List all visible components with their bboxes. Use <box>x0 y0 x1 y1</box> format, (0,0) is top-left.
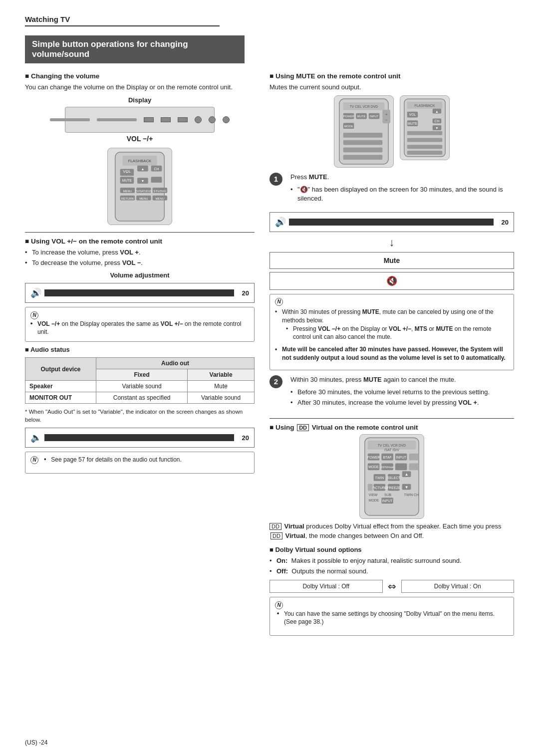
svg-rect-59 <box>407 138 443 142</box>
audio-status-section: Audio status Output device Audio out Fix… <box>25 346 255 474</box>
volume-number-2: 20 <box>237 434 249 442</box>
dolby-note-box: N • You can have the same settings by ch… <box>270 597 514 636</box>
mute-note-sub: Pressing VOL −/+ on the Display or VOL +… <box>282 325 509 342</box>
svg-rect-60 <box>407 145 443 149</box>
using-mute-heading: Using MUTE on the remote control unit <box>270 72 514 80</box>
svg-text:▼: ▼ <box>435 126 439 130</box>
display-device-image <box>65 107 215 133</box>
svg-text:CH: CH <box>435 119 440 123</box>
note1-bullets: • VOL −/+ on the Display operates the sa… <box>30 311 249 336</box>
audio-out-header: Audio out <box>96 358 255 369</box>
dolby-option-on: On: Makes it possible to enjoy natural, … <box>270 556 514 565</box>
mute-note-2: Mute will be canceled after 30 minutes h… <box>275 345 509 362</box>
mute-vol-bar-inner: 🔊 20 <box>275 217 509 228</box>
circle-btn3 <box>223 116 230 123</box>
step-1-content: Press MUTE. "🔇" has been displayed on th… <box>290 173 514 207</box>
audio-status-heading: Audio status <box>25 346 255 353</box>
mute-note-1: Within 30 minutes of pressing MUTE, mute… <box>275 308 509 341</box>
left-column: Changing the volume You can change the v… <box>25 72 255 640</box>
step-2-content: Within 30 minutes, press MUTE again to c… <box>290 375 514 411</box>
svg-text:MODE: MODE <box>369 499 379 502</box>
dolby-bar-row: Dolby Virtual : Off ⇔ Dolby Virtual : On <box>270 580 514 593</box>
svg-text:▲: ▲ <box>141 167 145 170</box>
step2-bullets: Before 30 minutes, the volume level retu… <box>290 388 514 407</box>
svg-text:▲: ▲ <box>435 109 439 113</box>
speaker-icon-2: 🔈 <box>30 432 41 443</box>
svg-text:RETURN: RETURN <box>121 197 134 200</box>
step-1-row: 1 Press MUTE. "🔇" has been displayed on … <box>270 173 514 207</box>
step2-bullet-1: Before 30 minutes, the volume level retu… <box>290 388 514 397</box>
svg-rect-89 <box>368 484 373 491</box>
virtual-body: DD Virtual produces Dolby Virtual effect… <box>270 522 514 541</box>
virtual-remote-image: TV CEL VCR DVD /SAT /D/V POWER BTAP INPU… <box>359 434 424 519</box>
svg-text:▼: ▼ <box>141 179 145 183</box>
mute-note-bullets: Within 30 minutes of pressing MUTE, mute… <box>275 308 509 362</box>
step-2-number: 2 <box>270 375 282 388</box>
svg-text:INPUT: INPUT <box>382 499 393 503</box>
svg-text:SELECT: SELECT <box>387 476 401 480</box>
speaker-variable: Mute <box>188 381 255 392</box>
main-title-box: Simple button operations for changing vo… <box>25 35 245 63</box>
dolby-note-icon: N <box>275 601 283 609</box>
svg-text:−: − <box>385 118 388 122</box>
svg-text:FREEZE: FREEZE <box>387 486 401 490</box>
dolby-off-box: Dolby Virtual : Off <box>270 580 383 593</box>
svg-rect-78 <box>409 463 419 470</box>
svg-text:BTAP: BTAP <box>383 456 392 459</box>
right-column: Using MUTE on the remote control unit Mu… <box>270 72 514 640</box>
dolby-on-box: Dolby Virtual : On <box>401 580 515 593</box>
dolby-option-off: Off: Outputs the normal sound. <box>270 567 514 576</box>
vol-slider <box>50 118 90 121</box>
svg-text:FLASHBACK: FLASHBACK <box>128 159 152 163</box>
circle-btn2 <box>209 116 216 123</box>
svg-text:VOL: VOL <box>123 169 131 174</box>
note-icon-1: N <box>30 311 38 319</box>
svg-text:VIEW: VIEW <box>369 493 378 497</box>
using-vol-heading: Using VOL +/− on the remote control unit <box>25 238 255 245</box>
svg-rect-44 <box>343 155 383 160</box>
svg-text:MUTE: MUTE <box>357 115 366 118</box>
dolby-note-bullets: • You can have the same settings by choo… <box>275 610 509 628</box>
svg-text:TWIN CH: TWIN CH <box>404 493 419 497</box>
mute-vol-number: 20 <box>497 219 509 226</box>
dolby-note-1: • You can have the same settings by choo… <box>277 610 509 627</box>
main-power-btn <box>178 117 188 122</box>
svg-text:DDVirtual: DDVirtual <box>381 466 394 469</box>
display-label: Display <box>25 96 255 104</box>
muted-icon: 🔇 <box>386 276 397 286</box>
svg-text:/SAT /D/V: /SAT /D/V <box>384 448 399 452</box>
note-box-1: N • VOL −/+ on the Display operates the … <box>25 307 255 342</box>
remote-control-image: FLASHBACK + VOL ▲ ▼ CH MUTE <box>107 148 172 225</box>
changing-volume-body: You can change the volume on the Display… <box>25 83 255 92</box>
vol-slider2 <box>97 118 137 121</box>
volume-bar-track <box>44 289 234 296</box>
using-mute-body: Mutes the current sound output. <box>270 83 514 92</box>
note1-bullet-1: • VOL −/+ on the Display operates the sa… <box>30 320 249 337</box>
step2-bullet-2: After 30 minutes, increase the volume le… <box>290 398 514 407</box>
mute-note-sub-1: Pressing VOL −/+ on the Display or VOL +… <box>286 325 509 342</box>
svg-rect-72 <box>409 454 419 461</box>
svg-text:FLASHBACK: FLASHBACK <box>415 104 435 107</box>
volume-bar-container-2: 🔈 20 <box>25 428 255 448</box>
svg-text:TV CEL VCR DVD: TV CEL VCR DVD <box>350 105 378 108</box>
circle-btn1 <box>195 116 202 123</box>
muted-icon-box: 🔇 <box>270 272 514 290</box>
svg-text:MENU: MENU <box>123 190 132 193</box>
vol-label: VOL −/+ <box>25 135 255 143</box>
speaker-icon: 🔊 <box>30 287 41 298</box>
note-icon-2: N <box>30 456 38 464</box>
mute-vol-bar-track <box>289 219 494 226</box>
mute-note-box: N Within 30 minutes of pressing MUTE, mu… <box>270 294 514 370</box>
changing-volume-heading: Changing the volume <box>25 72 255 80</box>
using-vol-bullets: To increase the volume, press VOL +. To … <box>25 248 255 267</box>
svg-rect-61 <box>407 151 443 155</box>
svg-text:+: + <box>385 112 388 116</box>
mute-arrow: ↓ <box>270 236 514 249</box>
mute-remote-images: TV CEL VCR DVD POWER MUTE INPUT + − MODE <box>270 95 514 168</box>
monitor-out-variable: Variable sound <box>188 392 255 404</box>
svg-text:▲: ▲ <box>405 472 409 477</box>
svg-rect-41 <box>343 133 383 138</box>
virtual-remote-images: TV CEL VCR DVD /SAT /D/V POWER BTAP INPU… <box>270 434 514 519</box>
using-virtual-heading: Using DD Virtual on the remote control u… <box>270 424 514 431</box>
svg-text:MUTE: MUTE <box>408 122 418 125</box>
